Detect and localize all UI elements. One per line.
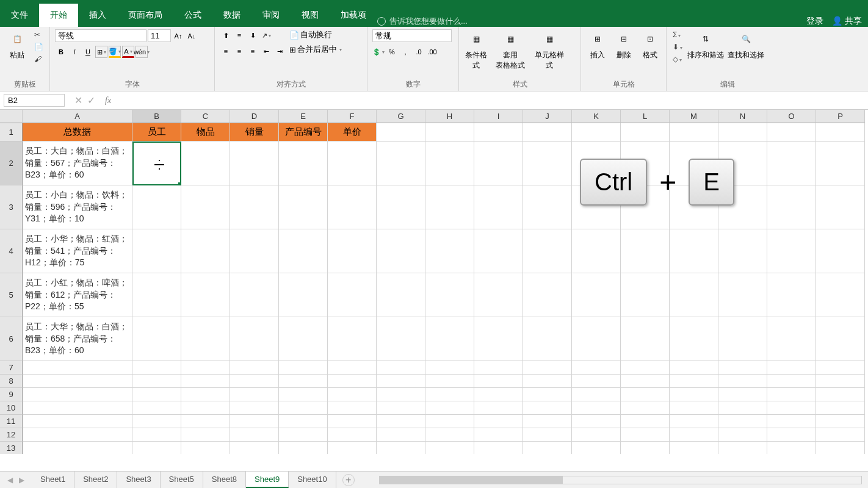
empty-cell[interactable] [474,375,523,388]
bold-button[interactable]: B [55,46,67,58]
pinyin-button[interactable]: wén [136,46,148,58]
row-header-9[interactable]: 9 [0,388,23,401]
clear-button[interactable]: ◇ [671,54,684,65]
font-size-select[interactable] [148,29,171,42]
empty-cell[interactable] [328,428,377,442]
find-select-button[interactable]: 🔍查找和选择 [728,29,764,79]
data-cell[interactable]: 员工：大白；物品：白酒；销量：567；产品编号：B23；单价：60 [23,142,132,185]
empty-cell[interactable] [523,361,572,375]
empty-cell[interactable] [425,361,474,375]
empty-cell[interactable] [572,361,621,375]
col-header-D[interactable]: D [230,110,279,123]
sheet-nav-next[interactable]: ▶ [19,476,24,484]
empty-cell[interactable] [328,401,377,415]
empty-cell[interactable] [767,142,816,185]
col-header-C[interactable]: C [181,110,230,123]
empty-cell[interactable] [132,229,181,273]
empty-cell[interactable] [279,388,328,401]
empty-cell[interactable] [230,388,279,401]
empty-cell[interactable] [279,273,328,317]
empty-cell[interactable] [132,388,181,401]
col-header-O[interactable]: O [767,110,816,123]
empty-cell[interactable] [816,401,865,415]
col-header-I[interactable]: I [474,110,523,123]
empty-cell[interactable] [572,442,621,454]
empty-cell[interactable] [670,317,718,361]
empty-cell[interactable] [377,375,425,388]
col-header-L[interactable]: L [621,110,670,123]
align-right-button[interactable]: ≡ [247,45,259,57]
empty-cell[interactable] [718,401,767,415]
empty-cell[interactable] [816,442,865,454]
empty-cell[interactable] [181,401,230,415]
empty-cell[interactable] [572,388,621,401]
align-top-button[interactable]: ⬆ [220,29,232,41]
row-header-2[interactable]: 2 [0,142,23,185]
empty-cell[interactable] [523,123,572,142]
row-header-4[interactable]: 4 [0,229,23,273]
header-cell[interactable]: 总数据 [23,123,132,142]
header-cell[interactable]: 单价 [328,123,377,142]
sheet-tab-sheet2[interactable]: Sheet2 [74,472,117,488]
share-button[interactable]: 👤 共享 [832,16,862,27]
empty-cell[interactable] [572,401,621,415]
header-cell[interactable]: 销量 [230,123,279,142]
empty-cell[interactable] [621,401,670,415]
empty-cell[interactable] [132,375,181,388]
empty-cell[interactable] [767,428,816,442]
empty-cell[interactable] [523,317,572,361]
sheet-tab-sheet10[interactable]: Sheet10 [289,472,336,488]
empty-cell[interactable] [230,361,279,375]
format-painter-button[interactable]: 🖌 [33,54,45,65]
empty-cell[interactable] [621,375,670,388]
sheet-tab-sheet8[interactable]: Sheet8 [203,472,246,488]
empty-cell[interactable] [670,273,718,317]
select-all-corner[interactable] [0,110,23,123]
indent-inc-button[interactable]: ⇥ [273,45,286,57]
col-header-J[interactable]: J [523,110,572,123]
cut-button[interactable]: ✂ [33,29,45,40]
decrease-font-button[interactable]: A↓ [186,30,198,42]
empty-cell[interactable] [523,401,572,415]
empty-cell[interactable] [816,123,865,142]
wrap-text-button[interactable]: 📄自动换行 [289,29,342,40]
data-cell[interactable]: 员工：小白；物品：饮料；销量：596；产品编号：Y31；单价：10 [23,185,132,229]
fx-icon[interactable]: fx [101,96,115,106]
empty-cell[interactable] [670,375,718,388]
empty-cell[interactable] [523,415,572,428]
sheet-tab-sheet1[interactable]: Sheet1 [32,472,74,488]
empty-cell[interactable] [718,361,767,375]
empty-cell[interactable] [767,273,816,317]
empty-cell[interactable] [767,123,816,142]
empty-cell[interactable] [572,273,621,317]
empty-cell[interactable] [132,317,181,361]
empty-cell[interactable] [377,361,425,375]
empty-cell[interactable] [230,142,279,185]
empty-cell[interactable] [23,428,132,442]
merge-button[interactable]: ⊞合并后居中 [289,44,342,55]
empty-cell[interactable] [377,142,425,185]
empty-cell[interactable] [767,361,816,375]
tab-layout[interactable]: 页面布局 [117,4,173,27]
empty-cell[interactable] [474,415,523,428]
table-format-button[interactable]: ▦套用 表格格式 [492,29,529,79]
empty-cell[interactable] [670,361,718,375]
col-header-G[interactable]: G [377,110,425,123]
tab-home[interactable]: 开始 [39,4,78,27]
empty-cell[interactable] [425,273,474,317]
empty-cell[interactable] [670,388,718,401]
border-button[interactable]: ⊞ [95,46,107,58]
empty-cell[interactable] [132,442,181,454]
empty-cell[interactable] [572,229,621,273]
sort-filter-button[interactable]: ⇅排序和筛选 [687,29,724,79]
empty-cell[interactable] [523,388,572,401]
row-header-7[interactable]: 7 [0,361,23,375]
empty-cell[interactable] [377,123,425,142]
empty-cell[interactable] [816,273,865,317]
empty-cell[interactable] [279,428,328,442]
empty-cell[interactable] [377,317,425,361]
format-cells-button[interactable]: ⊡格式 [638,29,661,79]
empty-cell[interactable] [474,442,523,454]
col-header-P[interactable]: P [816,110,865,123]
empty-cell[interactable] [523,142,572,185]
